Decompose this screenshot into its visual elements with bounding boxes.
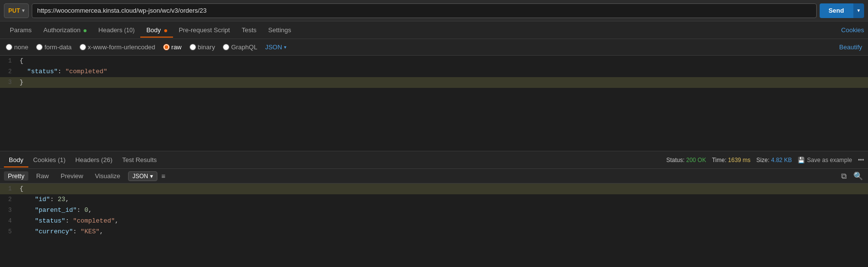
line-content: "status": "completed", <box>20 216 868 226</box>
code-line: 1{ <box>0 184 868 194</box>
resp-tab-cookies[interactable]: Cookies (1) <box>28 152 70 167</box>
line-content: "status": "completed" <box>20 66 868 77</box>
send-button[interactable]: Send <box>820 3 853 18</box>
json-type-select[interactable]: JSON ▾ <box>265 43 286 51</box>
time-value: 1639 ms <box>728 157 751 164</box>
request-editor[interactable]: 1{2 "status": "completed"3} <box>0 56 868 151</box>
line-content: } <box>20 77 868 88</box>
radio-raw[interactable]: raw <box>163 43 182 51</box>
status-label: Status: 200 OK <box>666 157 706 164</box>
code-line: 5 "currency": "KES", <box>0 226 868 237</box>
tab-body[interactable]: Body <box>140 22 173 38</box>
fmt-tab-visualize[interactable]: Visualize <box>91 171 124 181</box>
method-chevron-icon: ▾ <box>22 8 24 13</box>
line-content: "id": 23, <box>20 194 868 205</box>
radio-none[interactable]: none <box>6 43 28 51</box>
line-number: 2 <box>0 66 20 77</box>
resp-json-select[interactable]: JSON ▾ <box>128 171 157 181</box>
radio-form-data[interactable]: form-data <box>36 43 72 51</box>
tab-params[interactable]: Params <box>4 22 38 38</box>
line-content: "parent_id": 0, <box>20 205 868 216</box>
resp-tab-test-results[interactable]: Test Results <box>117 152 162 167</box>
radio-graphql[interactable]: GraphQL <box>223 43 257 51</box>
auth-dot <box>84 29 87 32</box>
fmt-tab-preview[interactable]: Preview <box>57 171 87 181</box>
line-number: 1 <box>0 56 20 66</box>
response-header: Body Cookies (1) Headers (26) Test Resul… <box>0 151 868 169</box>
request-tabs: Params Authorization Headers (10) Body P… <box>0 21 868 39</box>
method-button[interactable]: PUT ▾ <box>4 3 29 18</box>
json-chevron-icon: ▾ <box>284 44 286 50</box>
resp-json-chevron-icon: ▾ <box>150 173 153 180</box>
line-content: { <box>20 56 868 66</box>
radio-urlencoded[interactable]: x-www-form-urlencoded <box>80 43 155 51</box>
save-example-button[interactable]: 💾 Save as example <box>798 157 852 164</box>
code-line: 3 "parent_id": 0, <box>0 205 868 216</box>
save-icon: 💾 <box>798 157 805 164</box>
filter-icon[interactable]: ≡ <box>161 172 165 180</box>
resp-tab-body[interactable]: Body <box>4 152 28 167</box>
line-number: 3 <box>0 77 20 88</box>
tab-settings[interactable]: Settings <box>262 22 297 38</box>
line-number: 4 <box>0 216 20 226</box>
code-line: 3} <box>0 77 868 88</box>
code-line: 4 "status": "completed", <box>0 216 868 226</box>
send-dropdown-button[interactable]: ▾ <box>853 3 864 18</box>
resp-right-icons: ⧉ 🔍 <box>840 170 864 182</box>
line-number: 3 <box>0 205 20 216</box>
body-dot <box>164 29 167 32</box>
code-line: 1{ <box>0 56 868 66</box>
code-line: 2 "status": "completed" <box>0 66 868 77</box>
line-content: "currency": "KES", <box>20 226 868 237</box>
more-options-icon[interactable]: ••• <box>858 157 864 164</box>
copy-response-button[interactable]: ⧉ <box>840 171 847 182</box>
response-editor[interactable]: 1{2 "id": 23,3 "parent_id": 0,4 "status"… <box>0 184 868 252</box>
response-meta: Status: 200 OK Time: 1639 ms Size: 4.82 … <box>666 157 864 164</box>
tab-authorization[interactable]: Authorization <box>38 22 93 38</box>
beautify-button[interactable]: Beautify <box>839 43 862 51</box>
radio-binary[interactable]: binary <box>190 43 215 51</box>
body-options-bar: none form-data x-www-form-urlencoded raw… <box>0 39 868 56</box>
tab-tests[interactable]: Tests <box>236 22 262 38</box>
send-btn-group: Send ▾ <box>820 3 864 18</box>
size-value: 4.82 KB <box>771 157 792 164</box>
cookies-link[interactable]: Cookies <box>841 26 864 34</box>
line-number: 5 <box>0 226 20 237</box>
line-content: { <box>20 184 868 194</box>
status-value: 200 OK <box>686 157 706 164</box>
response-format-bar: Pretty Raw Preview Visualize JSON ▾ ≡ ⧉ … <box>0 169 868 184</box>
line-number: 2 <box>0 194 20 205</box>
url-input[interactable] <box>32 3 817 18</box>
size-label: Size: 4.82 KB <box>757 157 792 164</box>
tab-pre-request-script[interactable]: Pre-request Script <box>173 22 236 38</box>
resp-tab-headers[interactable]: Headers (26) <box>70 152 117 167</box>
method-label: PUT <box>8 7 20 14</box>
search-response-button[interactable]: 🔍 <box>852 170 864 182</box>
fmt-tab-raw[interactable]: Raw <box>32 171 53 181</box>
code-line: 2 "id": 23, <box>0 194 868 205</box>
response-section: Body Cookies (1) Headers (26) Test Resul… <box>0 151 868 252</box>
line-number: 1 <box>0 184 20 194</box>
time-label: Time: 1639 ms <box>712 157 751 164</box>
fmt-tab-pretty[interactable]: Pretty <box>4 171 28 181</box>
top-bar: PUT ▾ Send ▾ <box>0 0 868 21</box>
tab-headers[interactable]: Headers (10) <box>92 22 140 38</box>
